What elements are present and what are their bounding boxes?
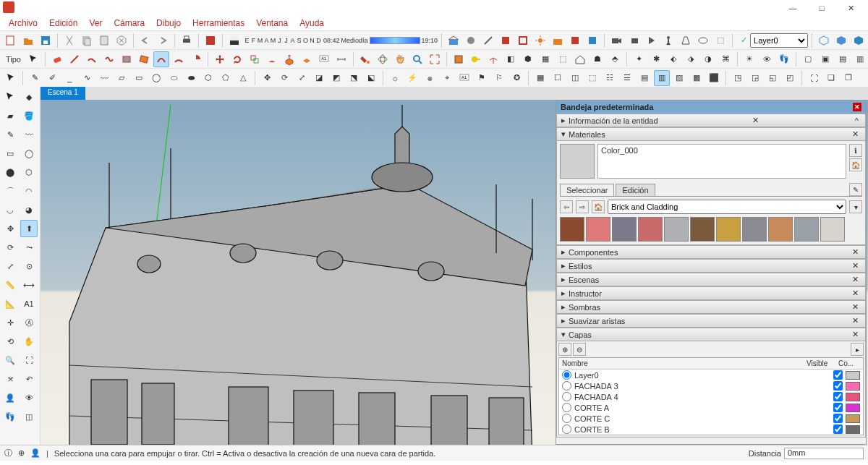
r3-am[interactable]: ⬛ — [706, 70, 722, 86]
lt-zoomwin[interactable]: ⛶ — [20, 351, 38, 369]
layer-active-radio[interactable] — [562, 414, 571, 423]
material-swatch-9[interactable] — [794, 217, 819, 242]
r3-f[interactable]: 〰 — [96, 70, 112, 86]
materials-tab-select[interactable]: Seleccionar — [560, 184, 614, 196]
ext-i[interactable]: ◑ — [700, 51, 716, 67]
move-tool[interactable] — [212, 51, 228, 67]
r3-ai[interactable]: ▤ — [637, 70, 652, 86]
lt-eraser[interactable]: ▰ — [1, 107, 19, 124]
text-tool[interactable]: A1 — [316, 51, 332, 67]
panel-suavizar-aristas[interactable]: ▸Suavizar aristas✕ — [556, 314, 866, 328]
ext-h[interactable]: ⬗ — [683, 51, 699, 67]
r3-ac[interactable]: ▦ — [532, 70, 548, 86]
pushpull-tool[interactable] — [281, 51, 297, 67]
lt-pushpull[interactable]: ⬆ — [20, 220, 38, 237]
line-tool[interactable] — [67, 51, 82, 67]
panel-close-icon[interactable]: ✕ — [850, 129, 861, 139]
library-menu-icon[interactable]: ▾ — [849, 200, 862, 213]
nav-home-icon[interactable]: 🏠 — [592, 200, 605, 213]
lt-pan[interactable]: ✋ — [20, 333, 38, 350]
lt-arc[interactable]: ⌒ — [1, 182, 19, 200]
viewport-3d[interactable]: Bandeja predeterminada ✕ ▸Información de… — [41, 100, 868, 445]
tool-b[interactable] — [480, 33, 496, 48]
r3-z[interactable]: ⚑ — [474, 70, 490, 86]
style-tool[interactable]: ◧ — [503, 51, 519, 67]
panel-close-icon[interactable]: ✕ — [850, 289, 861, 298]
r3-x[interactable]: ⎈ — [422, 70, 438, 86]
look-button[interactable] — [695, 33, 711, 48]
r3-m[interactable]: ⬠ — [218, 70, 234, 86]
r3-t[interactable]: ⬔ — [346, 70, 362, 86]
panel-close-icon[interactable]: ✕ — [850, 316, 861, 325]
layer-add-icon[interactable]: ⊕ — [558, 343, 571, 356]
layer-visible-checkbox[interactable] — [833, 381, 843, 391]
material-swatch-6[interactable] — [716, 217, 741, 242]
delete-button[interactable] — [114, 33, 129, 48]
lt-rotate[interactable]: ⟳ — [1, 239, 19, 256]
r3-k[interactable]: ⬬ — [183, 70, 199, 86]
layer-color-chip[interactable] — [846, 404, 860, 412]
layer-visible-checkbox[interactable] — [833, 403, 843, 412]
cut-button[interactable] — [61, 33, 77, 48]
geo-icon[interactable]: ⊕ — [18, 448, 25, 458]
lt-follow[interactable]: ⤳ — [20, 239, 38, 256]
layer-col-color[interactable]: Co... — [838, 359, 860, 367]
r3-af[interactable]: ⬚ — [584, 70, 600, 86]
camera-next[interactable] — [626, 33, 642, 48]
nav-back-icon[interactable]: ⇦ — [560, 200, 573, 213]
minimize-button[interactable]: — — [778, 0, 807, 16]
material-swatch-8[interactable] — [768, 217, 793, 242]
lt-offset[interactable]: ⊙ — [20, 257, 38, 275]
arc-pie[interactable] — [188, 51, 204, 67]
lt-prot[interactable]: 📐 — [1, 295, 19, 312]
panel-close-icon[interactable]: ✕ — [850, 247, 861, 257]
layer-active-radio[interactable] — [562, 403, 571, 412]
layer-row[interactable]: FACHADA 4 — [559, 391, 863, 402]
tray-close-icon[interactable]: ✕ — [853, 103, 861, 111]
panel-escenas[interactable]: ▸Escenas✕ — [556, 273, 866, 286]
layer-visible-checkbox[interactable] — [833, 414, 843, 423]
ext-k[interactable]: ☀ — [741, 51, 757, 67]
layer-menu-icon[interactable]: ▸ — [851, 343, 864, 356]
lt-b[interactable]: ◆ — [20, 88, 38, 106]
r3-an[interactable]: ◳ — [730, 70, 746, 86]
panel-estilos[interactable]: ▸Estilos✕ — [556, 259, 866, 273]
lt-zoomext[interactable]: ⤧ — [1, 370, 19, 388]
rect-rot[interactable] — [136, 51, 152, 67]
r3-label[interactable]: A1 — [456, 70, 472, 86]
material-pick-button[interactable]: ℹ — [849, 144, 862, 157]
followme-tool[interactable] — [299, 51, 315, 67]
r3-move[interactable]: ✥ — [259, 70, 275, 86]
r3-q[interactable]: ⤢ — [294, 70, 310, 86]
r3-ab[interactable]: ✪ — [509, 70, 524, 86]
layer-selector[interactable]: ✓ Layer0 — [741, 33, 808, 48]
warehouse-button[interactable] — [446, 33, 461, 48]
eyedropper-icon[interactable]: ✎ — [849, 183, 862, 196]
group-button[interactable] — [515, 33, 531, 48]
lt-select[interactable] — [1, 88, 19, 106]
panel-close-icon[interactable]: ✕ — [850, 330, 861, 339]
ext-a[interactable] — [567, 33, 583, 48]
r3-g[interactable]: ▱ — [114, 70, 129, 86]
sandbox-c[interactable]: ⬚ — [555, 51, 571, 67]
panel-close-icon[interactable]: ✕ — [850, 261, 861, 270]
paint-tool[interactable] — [357, 51, 373, 67]
materials-tab-edit[interactable]: Edición — [616, 184, 655, 196]
r3-ap[interactable]: ◱ — [765, 70, 780, 86]
layer-row[interactable]: CORTE A — [559, 402, 863, 413]
r3-y[interactable]: ⌖ — [439, 70, 455, 86]
material-preview-thumb[interactable] — [560, 144, 595, 179]
r3-u[interactable]: ⬕ — [363, 70, 379, 86]
print-button[interactable] — [179, 33, 195, 48]
lt-scale[interactable]: ⤢ — [1, 257, 19, 275]
layer-row[interactable]: CORTE C — [559, 413, 863, 424]
help-icon[interactable]: ⓘ — [4, 448, 12, 458]
material-swatch-0[interactable] — [560, 217, 584, 242]
r3-ad[interactable]: ☐ — [550, 70, 566, 86]
select-tool[interactable] — [25, 51, 41, 67]
layer-visible-checkbox[interactable] — [833, 392, 843, 401]
r3-v[interactable]: ☼ — [387, 70, 403, 86]
lt-pie[interactable]: ◕ — [20, 201, 38, 218]
layer-color-chip[interactable] — [846, 393, 860, 401]
walk-button[interactable] — [660, 33, 676, 48]
